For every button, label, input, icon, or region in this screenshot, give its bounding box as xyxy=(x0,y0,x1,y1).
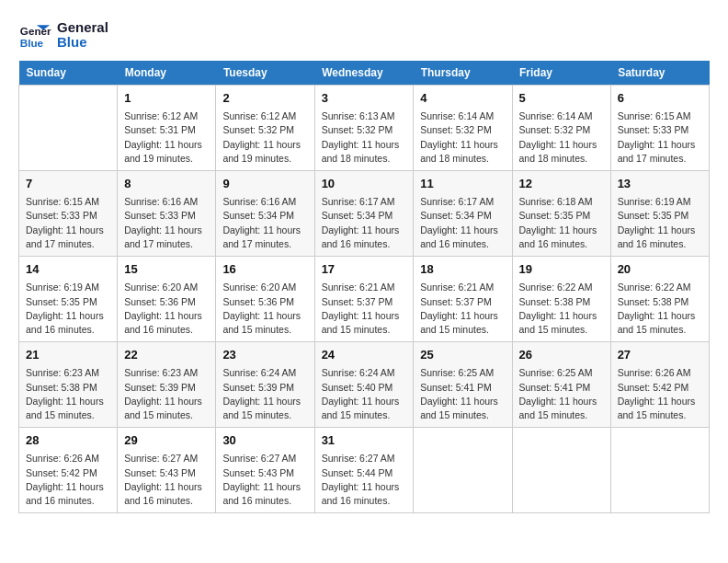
day-number: 5 xyxy=(519,90,604,107)
calendar-cell: 26Sunrise: 6:25 AM Sunset: 5:41 PM Dayli… xyxy=(512,342,610,428)
calendar-cell: 5Sunrise: 6:14 AM Sunset: 5:32 PM Daylig… xyxy=(512,86,610,171)
calendar-cell: 15Sunrise: 6:20 AM Sunset: 5:36 PM Dayli… xyxy=(118,257,216,342)
calendar-cell xyxy=(19,86,118,171)
day-info: Sunrise: 6:22 AM Sunset: 5:38 PM Dayligh… xyxy=(618,281,702,337)
calendar-cell: 2Sunrise: 6:12 AM Sunset: 5:32 PM Daylig… xyxy=(216,86,314,171)
day-info: Sunrise: 6:21 AM Sunset: 5:37 PM Dayligh… xyxy=(420,281,505,337)
day-number: 28 xyxy=(26,432,110,449)
calendar-cell: 8Sunrise: 6:16 AM Sunset: 5:33 PM Daylig… xyxy=(118,171,216,257)
day-info: Sunrise: 6:27 AM Sunset: 5:43 PM Dayligh… xyxy=(124,452,209,508)
weekday-wednesday: Wednesday xyxy=(314,61,414,86)
day-number: 1 xyxy=(124,90,209,107)
calendar-cell: 16Sunrise: 6:20 AM Sunset: 5:36 PM Dayli… xyxy=(216,257,314,342)
day-info: Sunrise: 6:27 AM Sunset: 5:44 PM Dayligh… xyxy=(322,452,407,508)
day-number: 30 xyxy=(222,432,307,449)
day-info: Sunrise: 6:14 AM Sunset: 5:32 PM Dayligh… xyxy=(420,109,505,166)
calendar-body: 1Sunrise: 6:12 AM Sunset: 5:31 PM Daylig… xyxy=(19,86,710,513)
calendar-cell: 30Sunrise: 6:27 AM Sunset: 5:43 PM Dayli… xyxy=(216,428,314,513)
day-number: 12 xyxy=(519,176,604,192)
week-row-3: 14Sunrise: 6:19 AM Sunset: 5:35 PM Dayli… xyxy=(19,257,710,342)
calendar-cell: 23Sunrise: 6:24 AM Sunset: 5:39 PM Dayli… xyxy=(216,342,314,428)
calendar-cell: 11Sunrise: 6:17 AM Sunset: 5:34 PM Dayli… xyxy=(414,171,512,257)
day-info: Sunrise: 6:14 AM Sunset: 5:32 PM Dayligh… xyxy=(519,109,604,166)
day-number: 13 xyxy=(618,176,702,192)
day-number: 3 xyxy=(322,90,407,107)
calendar-cell: 3Sunrise: 6:13 AM Sunset: 5:32 PM Daylig… xyxy=(314,86,414,171)
day-info: Sunrise: 6:24 AM Sunset: 5:40 PM Dayligh… xyxy=(322,366,407,422)
week-row-4: 21Sunrise: 6:23 AM Sunset: 5:38 PM Dayli… xyxy=(19,342,710,428)
day-info: Sunrise: 6:25 AM Sunset: 5:41 PM Dayligh… xyxy=(420,366,505,422)
calendar-cell: 17Sunrise: 6:21 AM Sunset: 5:37 PM Dayli… xyxy=(314,257,414,342)
day-info: Sunrise: 6:19 AM Sunset: 5:35 PM Dayligh… xyxy=(26,281,110,337)
day-number: 25 xyxy=(420,347,505,363)
calendar-cell: 9Sunrise: 6:16 AM Sunset: 5:34 PM Daylig… xyxy=(216,171,314,257)
day-info: Sunrise: 6:25 AM Sunset: 5:41 PM Dayligh… xyxy=(519,366,604,422)
calendar-cell: 31Sunrise: 6:27 AM Sunset: 5:44 PM Dayli… xyxy=(314,428,414,513)
day-number: 4 xyxy=(420,90,505,107)
logo-general: General xyxy=(57,20,108,36)
calendar-cell: 20Sunrise: 6:22 AM Sunset: 5:38 PM Dayli… xyxy=(610,257,709,342)
calendar-cell: 25Sunrise: 6:25 AM Sunset: 5:41 PM Dayli… xyxy=(414,342,512,428)
day-info: Sunrise: 6:20 AM Sunset: 5:36 PM Dayligh… xyxy=(124,281,209,337)
day-number: 21 xyxy=(26,347,110,363)
calendar-cell: 6Sunrise: 6:15 AM Sunset: 5:33 PM Daylig… xyxy=(610,86,709,171)
day-info: Sunrise: 6:26 AM Sunset: 5:42 PM Dayligh… xyxy=(618,366,702,422)
calendar-cell: 29Sunrise: 6:27 AM Sunset: 5:43 PM Dayli… xyxy=(118,428,216,513)
day-number: 14 xyxy=(26,261,110,278)
day-number: 17 xyxy=(322,261,407,278)
day-info: Sunrise: 6:19 AM Sunset: 5:35 PM Dayligh… xyxy=(618,195,702,251)
day-info: Sunrise: 6:26 AM Sunset: 5:42 PM Dayligh… xyxy=(26,452,110,508)
day-info: Sunrise: 6:16 AM Sunset: 5:34 PM Dayligh… xyxy=(222,195,307,251)
calendar-cell xyxy=(512,428,610,513)
calendar-cell: 10Sunrise: 6:17 AM Sunset: 5:34 PM Dayli… xyxy=(314,171,414,257)
day-info: Sunrise: 6:16 AM Sunset: 5:33 PM Dayligh… xyxy=(124,195,209,251)
calendar-cell: 1Sunrise: 6:12 AM Sunset: 5:31 PM Daylig… xyxy=(118,86,216,171)
calendar-cell: 27Sunrise: 6:26 AM Sunset: 5:42 PM Dayli… xyxy=(610,342,709,428)
calendar-cell: 24Sunrise: 6:24 AM Sunset: 5:40 PM Dayli… xyxy=(314,342,414,428)
logo-blue: Blue xyxy=(57,35,108,51)
day-info: Sunrise: 6:24 AM Sunset: 5:39 PM Dayligh… xyxy=(222,366,307,422)
day-number: 18 xyxy=(420,261,505,278)
day-number: 22 xyxy=(124,347,209,363)
weekday-friday: Friday xyxy=(512,61,610,86)
calendar-cell: 22Sunrise: 6:23 AM Sunset: 5:39 PM Dayli… xyxy=(118,342,216,428)
calendar-cell: 28Sunrise: 6:26 AM Sunset: 5:42 PM Dayli… xyxy=(19,428,118,513)
day-info: Sunrise: 6:21 AM Sunset: 5:37 PM Dayligh… xyxy=(322,281,407,337)
day-number: 27 xyxy=(618,347,702,363)
day-number: 6 xyxy=(618,90,702,107)
calendar-cell: 13Sunrise: 6:19 AM Sunset: 5:35 PM Dayli… xyxy=(610,171,709,257)
weekday-sunday: Sunday xyxy=(19,61,118,86)
day-info: Sunrise: 6:23 AM Sunset: 5:39 PM Dayligh… xyxy=(124,366,209,422)
calendar-table: SundayMondayTuesdayWednesdayThursdayFrid… xyxy=(18,61,710,513)
calendar-cell: 14Sunrise: 6:19 AM Sunset: 5:35 PM Dayli… xyxy=(19,257,118,342)
calendar-cell: 18Sunrise: 6:21 AM Sunset: 5:37 PM Dayli… xyxy=(414,257,512,342)
calendar-cell: 4Sunrise: 6:14 AM Sunset: 5:32 PM Daylig… xyxy=(414,86,512,171)
page-header: General Blue General Blue xyxy=(18,18,710,52)
weekday-monday: Monday xyxy=(118,61,216,86)
weekday-saturday: Saturday xyxy=(610,61,709,86)
calendar-cell: 19Sunrise: 6:22 AM Sunset: 5:38 PM Dayli… xyxy=(512,257,610,342)
day-number: 7 xyxy=(26,176,110,192)
day-info: Sunrise: 6:18 AM Sunset: 5:35 PM Dayligh… xyxy=(519,195,604,251)
calendar-cell: 21Sunrise: 6:23 AM Sunset: 5:38 PM Dayli… xyxy=(19,342,118,428)
day-number: 29 xyxy=(124,432,209,449)
calendar-cell xyxy=(610,428,709,513)
day-number: 10 xyxy=(322,176,407,192)
day-number: 15 xyxy=(124,261,209,278)
weekday-tuesday: Tuesday xyxy=(216,61,314,86)
day-number: 20 xyxy=(618,261,702,278)
day-info: Sunrise: 6:12 AM Sunset: 5:31 PM Dayligh… xyxy=(124,109,209,166)
day-info: Sunrise: 6:23 AM Sunset: 5:38 PM Dayligh… xyxy=(26,366,110,422)
logo-icon: General Blue xyxy=(18,18,51,52)
day-info: Sunrise: 6:13 AM Sunset: 5:32 PM Dayligh… xyxy=(322,109,407,166)
day-info: Sunrise: 6:17 AM Sunset: 5:34 PM Dayligh… xyxy=(420,195,505,251)
day-info: Sunrise: 6:12 AM Sunset: 5:32 PM Dayligh… xyxy=(222,109,307,166)
day-info: Sunrise: 6:27 AM Sunset: 5:43 PM Dayligh… xyxy=(222,452,307,508)
day-info: Sunrise: 6:20 AM Sunset: 5:36 PM Dayligh… xyxy=(222,281,307,337)
day-number: 2 xyxy=(222,90,307,107)
day-info: Sunrise: 6:17 AM Sunset: 5:34 PM Dayligh… xyxy=(322,195,407,251)
day-number: 8 xyxy=(124,176,209,192)
day-info: Sunrise: 6:15 AM Sunset: 5:33 PM Dayligh… xyxy=(26,195,110,251)
week-row-5: 28Sunrise: 6:26 AM Sunset: 5:42 PM Dayli… xyxy=(19,428,710,513)
day-number: 31 xyxy=(322,432,407,449)
